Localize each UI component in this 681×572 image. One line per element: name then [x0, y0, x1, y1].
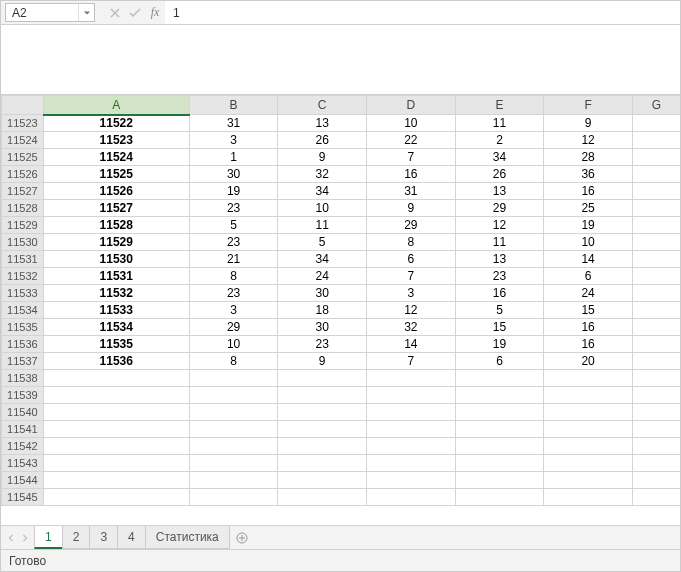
cell-empty[interactable]: [632, 234, 680, 251]
cell-empty[interactable]: [544, 438, 633, 455]
cell[interactable]: 21: [189, 251, 278, 268]
cell[interactable]: 10: [278, 200, 367, 217]
cell[interactable]: 11523: [43, 132, 189, 149]
cell-empty[interactable]: [278, 387, 367, 404]
row-header[interactable]: 11525: [2, 149, 44, 166]
cell[interactable]: 1: [189, 149, 278, 166]
cell[interactable]: 19: [189, 183, 278, 200]
cell-empty[interactable]: [43, 455, 189, 472]
cell-empty[interactable]: [455, 455, 544, 472]
row-header[interactable]: 11528: [2, 200, 44, 217]
cell[interactable]: 13: [455, 251, 544, 268]
cell[interactable]: 16: [544, 336, 633, 353]
cell-empty[interactable]: [189, 489, 278, 506]
sheet-tab[interactable]: 1: [34, 526, 63, 549]
cancel-formula-button[interactable]: [105, 1, 125, 24]
cell-empty[interactable]: [632, 132, 680, 149]
cell-empty[interactable]: [632, 285, 680, 302]
cell[interactable]: 11529: [43, 234, 189, 251]
row-header[interactable]: 11530: [2, 234, 44, 251]
cell[interactable]: 34: [455, 149, 544, 166]
column-header-C[interactable]: C: [278, 96, 367, 115]
cell[interactable]: 15: [544, 302, 633, 319]
cell[interactable]: 30: [278, 319, 367, 336]
cell[interactable]: 11: [455, 115, 544, 132]
sheet-tab[interactable]: 4: [117, 526, 146, 549]
cell-empty[interactable]: [189, 404, 278, 421]
cell[interactable]: 24: [544, 285, 633, 302]
cell[interactable]: 14: [544, 251, 633, 268]
cell[interactable]: 5: [455, 302, 544, 319]
cell[interactable]: 9: [367, 200, 456, 217]
cell-empty[interactable]: [367, 489, 456, 506]
cell-empty[interactable]: [544, 404, 633, 421]
cell-empty[interactable]: [544, 421, 633, 438]
cell-empty[interactable]: [632, 336, 680, 353]
column-header-E[interactable]: E: [455, 96, 544, 115]
cell[interactable]: 34: [278, 183, 367, 200]
cell[interactable]: 11528: [43, 217, 189, 234]
cell[interactable]: 18: [278, 302, 367, 319]
cell[interactable]: 10: [544, 234, 633, 251]
row-header[interactable]: 11532: [2, 268, 44, 285]
cell[interactable]: 8: [189, 268, 278, 285]
cell-empty[interactable]: [544, 455, 633, 472]
cell-empty[interactable]: [43, 370, 189, 387]
cell-empty[interactable]: [632, 183, 680, 200]
cell[interactable]: 11525: [43, 166, 189, 183]
cell[interactable]: 11524: [43, 149, 189, 166]
cell-empty[interactable]: [455, 472, 544, 489]
cell-empty[interactable]: [367, 455, 456, 472]
cell[interactable]: 9: [278, 149, 367, 166]
cell-empty[interactable]: [632, 302, 680, 319]
cell-empty[interactable]: [43, 489, 189, 506]
cell[interactable]: 32: [278, 166, 367, 183]
cell-empty[interactable]: [278, 370, 367, 387]
cell[interactable]: 36: [544, 166, 633, 183]
cell[interactable]: 16: [544, 319, 633, 336]
cell-empty[interactable]: [367, 472, 456, 489]
row-header[interactable]: 11543: [2, 455, 44, 472]
cell-empty[interactable]: [455, 404, 544, 421]
cell[interactable]: 15: [455, 319, 544, 336]
cell[interactable]: 11: [455, 234, 544, 251]
cell-empty[interactable]: [367, 404, 456, 421]
cell-empty[interactable]: [189, 472, 278, 489]
column-header-A[interactable]: A: [43, 96, 189, 115]
cell-empty[interactable]: [367, 370, 456, 387]
cell-empty[interactable]: [367, 387, 456, 404]
cell-empty[interactable]: [455, 370, 544, 387]
sheet-tab[interactable]: 2: [62, 526, 91, 549]
cell[interactable]: 8: [189, 353, 278, 370]
cell[interactable]: 25: [544, 200, 633, 217]
cell[interactable]: 7: [367, 149, 456, 166]
sheet-tab[interactable]: 3: [89, 526, 118, 549]
worksheet-grid[interactable]: ABCDEFG 11523115223113101191152411523326…: [1, 95, 680, 525]
row-header[interactable]: 11529: [2, 217, 44, 234]
cell[interactable]: 11527: [43, 200, 189, 217]
cell-empty[interactable]: [189, 455, 278, 472]
row-header[interactable]: 11544: [2, 472, 44, 489]
row-header[interactable]: 11545: [2, 489, 44, 506]
cell-empty[interactable]: [544, 370, 633, 387]
cell[interactable]: 32: [367, 319, 456, 336]
cell[interactable]: 10: [367, 115, 456, 132]
cell-empty[interactable]: [632, 370, 680, 387]
cell-empty[interactable]: [43, 421, 189, 438]
add-sheet-button[interactable]: [230, 531, 254, 545]
row-header[interactable]: 11536: [2, 336, 44, 353]
cell-empty[interactable]: [367, 421, 456, 438]
cell[interactable]: 13: [278, 115, 367, 132]
cell-empty[interactable]: [278, 421, 367, 438]
cell[interactable]: 26: [455, 166, 544, 183]
cell[interactable]: 11535: [43, 336, 189, 353]
cell-empty[interactable]: [632, 455, 680, 472]
cell[interactable]: 8: [367, 234, 456, 251]
cell[interactable]: 26: [278, 132, 367, 149]
row-header[interactable]: 11534: [2, 302, 44, 319]
cell[interactable]: 2: [455, 132, 544, 149]
cell[interactable]: 7: [367, 353, 456, 370]
cell[interactable]: 13: [455, 183, 544, 200]
cell[interactable]: 5: [278, 234, 367, 251]
cell-empty[interactable]: [632, 404, 680, 421]
